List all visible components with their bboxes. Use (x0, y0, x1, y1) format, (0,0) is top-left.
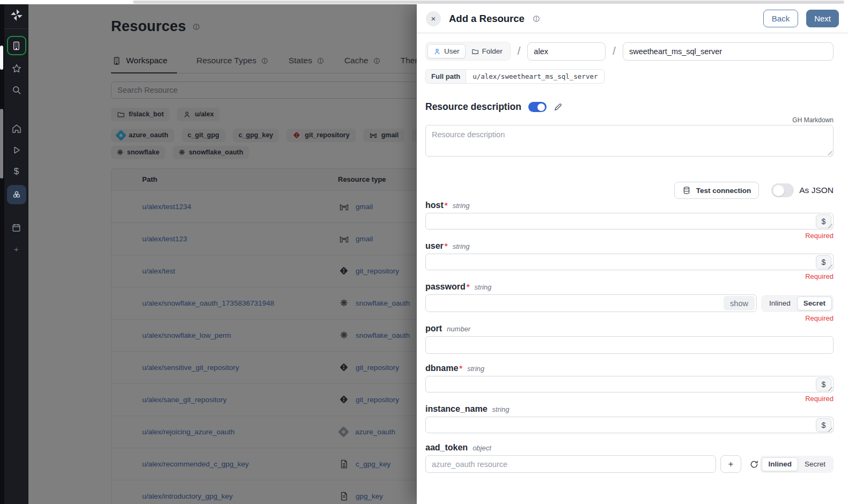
password-storage-toggle: Inlined Secret (761, 295, 834, 312)
field-type: string (467, 365, 484, 373)
kind-option-label: User (444, 47, 460, 55)
horizontal-scrollbar[interactable] (133, 1, 844, 4)
required-hint: Required (425, 272, 834, 280)
field-name: instance_name (425, 404, 488, 414)
field-dbname: dbname* string $ Required (425, 364, 834, 403)
field-type: object (473, 444, 491, 452)
path-separator: / (613, 45, 616, 57)
add-resource-plus-button[interactable]: + (720, 455, 741, 473)
rail-scrollbar-thumb[interactable] (0, 46, 3, 70)
schedules-calendar-icon[interactable] (7, 219, 26, 235)
aad-token-storage-toggle: Inlined Secret (760, 456, 834, 473)
rail-scrollbar-track[interactable] (0, 109, 3, 179)
field-type: number (447, 325, 470, 333)
search-icon[interactable] (7, 82, 26, 98)
resources-icon[interactable] (7, 185, 26, 204)
field-name: user (425, 241, 444, 251)
field-aad-token: aad_token object + Inlined Secret (425, 443, 834, 473)
app-sidebar: $ + (4, 0, 28, 504)
field-instance-name: instance_name string $ (425, 404, 834, 433)
field-port: port number (425, 324, 834, 354)
full-path-value: u/alex/sweetheart_ms_sql_server (466, 70, 604, 83)
close-icon[interactable]: × (426, 11, 441, 26)
variables-dollar-icon[interactable]: $ (7, 164, 26, 180)
full-path-display: Full path u/alex/sweetheart_ms_sql_serve… (425, 69, 604, 84)
field-host: host* string $ Required (425, 201, 834, 240)
sidebar-add-plus-icon[interactable]: + (7, 241, 26, 257)
field-user: user* string $ Required (425, 241, 834, 280)
top-scroll-strip (0, 0, 848, 4)
field-name: port (425, 324, 442, 333)
secret-option[interactable]: Secret (798, 457, 832, 471)
sidebar-divider (4, 28, 28, 29)
description-textarea[interactable] (425, 125, 834, 157)
drawer-title-info-icon[interactable] (533, 15, 540, 23)
field-type: string (492, 405, 510, 413)
instance-name-input[interactable] (425, 417, 834, 433)
inlined-option[interactable]: Inlined (762, 457, 798, 471)
refresh-icon[interactable] (748, 458, 760, 471)
workspace-switcher-icon[interactable] (7, 36, 26, 55)
aad-token-resource-input[interactable] (425, 455, 716, 473)
as-json-toggle[interactable] (771, 183, 794, 197)
variable-picker-button[interactable]: $ (816, 418, 831, 432)
variable-picker-button[interactable]: $ (816, 214, 831, 228)
markdown-hint: GH Markdown (425, 116, 834, 124)
secret-option[interactable]: Secret (797, 297, 832, 310)
favorites-star-icon[interactable] (7, 61, 26, 77)
database-icon (682, 186, 691, 195)
kind-option-label: Folder (482, 47, 503, 55)
required-star: * (467, 282, 470, 291)
kind-option-user[interactable]: User (427, 44, 466, 58)
resource-path-builder: User Folder / / (425, 42, 834, 61)
show-password-button[interactable]: show (724, 296, 755, 310)
next-button[interactable]: Next (806, 10, 839, 27)
field-name: aad_token (425, 443, 468, 453)
inlined-option[interactable]: Inlined (763, 297, 797, 310)
required-hint: Required (425, 395, 834, 403)
description-toggle[interactable] (528, 102, 547, 112)
description-header: Resource description (425, 101, 834, 113)
required-star: * (445, 201, 448, 210)
test-connection-button[interactable]: Test connection (674, 182, 759, 199)
port-input[interactable] (425, 336, 834, 354)
home-icon[interactable] (7, 121, 26, 137)
field-name: dbname (425, 364, 458, 373)
full-path-label: Full path (426, 70, 466, 83)
field-type: string (453, 202, 470, 210)
kind-option-folder[interactable]: Folder (466, 44, 508, 58)
as-json-label: As JSON (799, 186, 834, 195)
drawer-body: User Folder / / Full path u/alex/sweethe… (417, 33, 848, 473)
required-hint: Required (425, 232, 834, 240)
drawer-title: Add a Resource (449, 13, 525, 25)
resource-name-input[interactable] (623, 42, 834, 61)
dbname-input[interactable] (425, 376, 834, 392)
left-scroll-rail (0, 0, 4, 504)
path-separator: / (518, 45, 521, 57)
back-button[interactable]: Back (763, 10, 798, 27)
description-heading: Resource description (425, 101, 521, 113)
test-connection-label: Test connection (696, 187, 751, 195)
drawer-header: × Add a Resource Back Next (417, 4, 848, 33)
add-resource-drawer: × Add a Resource Back Next User Folder / (417, 4, 848, 504)
owner-input[interactable] (527, 42, 606, 61)
password-input[interactable] (425, 294, 757, 312)
required-star: * (459, 364, 462, 373)
form-action-row: Test connection As JSON (425, 182, 834, 199)
user-input[interactable] (425, 254, 834, 270)
owner-kind-toggle: User Folder (425, 42, 511, 61)
field-name: host (425, 201, 444, 210)
field-type: string (453, 242, 470, 250)
variable-picker-button[interactable]: $ (816, 377, 831, 391)
required-star: * (445, 241, 448, 250)
runs-play-icon[interactable] (7, 142, 26, 158)
field-password: password* string show Inlined Secret Req… (425, 282, 834, 322)
field-type: string (475, 283, 492, 291)
field-name: password (425, 282, 466, 292)
required-hint: Required (425, 314, 834, 322)
edit-pencil-icon[interactable] (554, 102, 563, 112)
variable-picker-button[interactable]: $ (816, 255, 831, 269)
host-input[interactable] (425, 213, 834, 229)
as-json-control: As JSON (771, 183, 834, 197)
windmill-logo-icon[interactable] (10, 7, 24, 23)
